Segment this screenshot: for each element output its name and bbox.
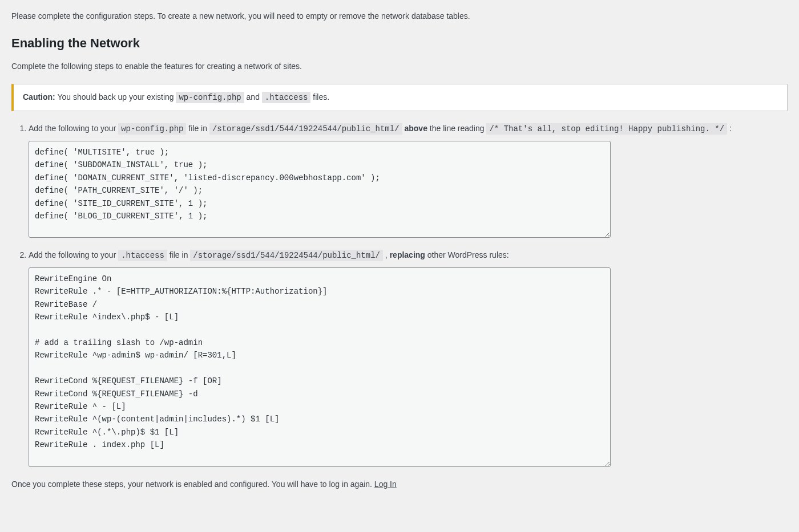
step-2: Add the following to your .htaccess file…: [29, 249, 788, 467]
step1-prefix: Add the following to your: [29, 124, 118, 133]
step-1: Add the following to your wp-config.php …: [29, 123, 788, 238]
notice-text-after: files.: [310, 92, 329, 101]
section-heading: Enabling the Network: [11, 34, 788, 52]
step1-stop-line: /* That's all, stop editing! Happy publi…: [486, 123, 727, 135]
step2-path: /storage/ssd1/544/19224544/public_html/: [190, 250, 383, 261]
step1-above: above: [404, 124, 427, 133]
htaccess-code[interactable]: [29, 267, 611, 467]
step1-suffix: :: [727, 124, 732, 133]
wp-config-filename: wp-config.php: [176, 92, 244, 103]
step1-mid1: file in: [186, 124, 209, 133]
step2-file: .htaccess: [118, 250, 167, 261]
login-link[interactable]: Log In: [374, 480, 397, 489]
step2-mid2: ,: [383, 250, 390, 259]
footer-text: Once you complete these steps, your netw…: [11, 478, 788, 490]
intro-text: Please complete the configuration steps.…: [11, 10, 788, 22]
step2-suffix: other WordPress rules:: [425, 250, 509, 259]
notice-and: and: [244, 92, 262, 101]
notice-text-before: You should back up your existing: [55, 92, 176, 101]
step-1-instruction: Add the following to your wp-config.php …: [29, 123, 788, 135]
step1-path: /storage/ssd1/544/19224544/public_html/: [209, 123, 402, 135]
caution-label: Caution:: [23, 92, 55, 101]
step2-mid1: file in: [167, 250, 190, 259]
step1-mid3: the line reading: [427, 124, 487, 133]
subheading-text: Complete the following steps to enable t…: [11, 60, 788, 72]
step2-replacing: replacing: [390, 250, 425, 259]
htaccess-filename: .htaccess: [262, 92, 311, 103]
step-2-instruction: Add the following to your .htaccess file…: [29, 249, 788, 262]
step1-file: wp-config.php: [118, 123, 186, 135]
wp-config-code[interactable]: [29, 141, 611, 238]
step2-prefix: Add the following to your: [29, 250, 118, 259]
steps-list: Add the following to your wp-config.php …: [11, 123, 788, 467]
caution-notice: Caution: You should back up your existin…: [11, 84, 788, 111]
footer-message: Once you complete these steps, your netw…: [11, 480, 374, 489]
